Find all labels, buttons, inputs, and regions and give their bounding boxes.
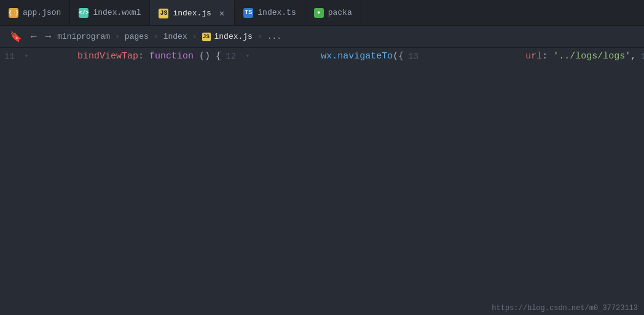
line-number: 14 (636, 48, 644, 65)
wxml-icon: </> (79, 8, 88, 18)
breadcrumb-sep-1: › (115, 32, 120, 41)
status-url: https://blog.csdn.net/m0_37723113 (485, 301, 644, 315)
code-line: 13 url: '../logs/logs', (404, 48, 636, 65)
tab-label: packa (328, 8, 352, 17)
line-number: 13 (404, 48, 428, 65)
line-number: 11 (0, 48, 25, 65)
forward-button[interactable]: → (43, 30, 54, 44)
code-line: 11▾ bindViewTap: function () { (0, 48, 221, 65)
tab-index-wxml[interactable]: </> index.wxml (70, 0, 150, 25)
code-text: url: '../logs/logs', (437, 48, 636, 65)
tab-label: index.ts (257, 8, 296, 17)
tab-index-js[interactable]: JS index.js ✕ (150, 0, 235, 25)
code-text: wx.navigateTo({ (254, 48, 404, 65)
js-icon: JS (159, 9, 168, 18)
bookmark-icon[interactable]: 🔖 (7, 30, 25, 44)
close-icon[interactable]: ✕ (218, 7, 226, 20)
packa-icon: ● (314, 8, 324, 18)
breadcrumb-more[interactable]: ... (267, 32, 281, 41)
tab-label: app.json (23, 8, 61, 17)
fold-arrow[interactable]: ▾ (25, 48, 33, 65)
breadcrumb-sep-2: › (154, 32, 159, 41)
tab-label: index.wxml (93, 8, 141, 17)
breadcrumb-filename[interactable]: index.js (214, 32, 253, 41)
breadcrumb-bar: 🔖 ← → miniprogram › pages › index › JS i… (0, 26, 644, 48)
breadcrumb-index[interactable]: index (163, 32, 187, 41)
code-area: 11▾ bindViewTap: function () {12▾ wx.nav… (0, 48, 644, 315)
breadcrumb-pages[interactable]: pages (125, 32, 149, 41)
editor-container: { } app.json </> index.wxml JS index.js … (0, 0, 644, 315)
code-line: 14 }); (636, 48, 644, 65)
tab-bar: { } app.json </> index.wxml JS index.js … (0, 0, 644, 26)
ts-icon: TS (243, 8, 253, 18)
back-button[interactable]: ← (28, 30, 39, 44)
fold-arrow[interactable]: ▾ (246, 48, 254, 65)
breadcrumb-sep-3: › (192, 32, 197, 41)
breadcrumb-js-icon: JS (202, 33, 211, 41)
tab-label: index.js (173, 9, 211, 18)
breadcrumb-sep-4: › (257, 32, 262, 41)
code-line: 12▾ wx.navigateTo({ (221, 48, 404, 65)
breadcrumb-miniprogram[interactable]: miniprogram (57, 32, 110, 41)
tab-packa[interactable]: ● packa (305, 0, 361, 25)
line-number: 12 (221, 48, 246, 65)
app-json-icon: { } (9, 8, 18, 18)
tab-app-json[interactable]: { } app.json (0, 0, 70, 25)
tab-index-ts[interactable]: TS index.ts (235, 0, 305, 25)
code-text: bindViewTap: function () { (33, 48, 221, 65)
